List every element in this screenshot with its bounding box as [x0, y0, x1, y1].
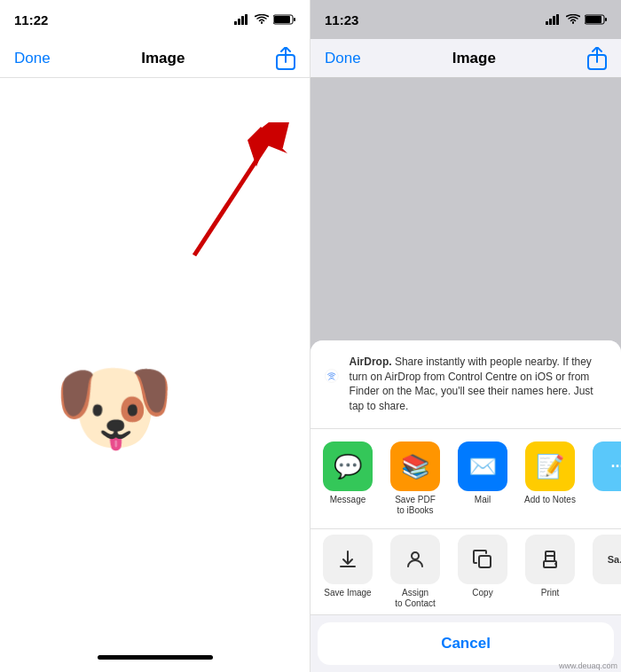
apps-section: 💬 Message 📚 Save PDFto iBooks ✉️ Mail 📝 …	[310, 429, 621, 529]
wifi-icon	[255, 14, 269, 25]
svg-rect-28	[546, 551, 554, 556]
cancel-section: Cancel	[310, 615, 621, 665]
print-icon	[525, 535, 575, 584]
notes-app-icon: 📝	[525, 441, 575, 491]
airdrop-text: AirDrop. Share instantly with people nea…	[350, 355, 607, 414]
left-home-indicator	[0, 642, 310, 672]
battery-icon	[273, 14, 295, 25]
cancel-button[interactable]: Cancel	[318, 622, 614, 665]
app-item-more[interactable]: ···	[587, 441, 621, 516]
svg-rect-0	[234, 21, 237, 25]
app-item-notes[interactable]: 📝 Add to Notes	[520, 441, 580, 516]
svg-rect-2	[241, 16, 244, 25]
notes-app-label: Add to Notes	[524, 495, 576, 505]
svg-rect-13	[553, 16, 555, 25]
copy-icon	[458, 535, 507, 584]
svg-point-29	[554, 563, 556, 565]
assign-contact-label: Assignto Contact	[395, 588, 436, 609]
left-status-icons	[234, 14, 295, 25]
right-status-bar: 11:23	[310, 0, 621, 39]
svg-rect-6	[294, 18, 295, 21]
svg-rect-24	[340, 566, 356, 567]
action-print[interactable]: Print	[520, 535, 580, 609]
right-signal-icon	[546, 14, 562, 25]
svg-rect-12	[549, 19, 552, 25]
app-item-mail[interactable]: ✉️ Mail	[452, 441, 513, 516]
left-done-button[interactable]: Done	[14, 50, 51, 67]
right-share-icon[interactable]	[587, 47, 607, 70]
right-phone-panel: 11:23 Done Image	[310, 0, 621, 672]
message-app-icon: 💬	[323, 441, 373, 491]
message-app-label: Message	[330, 495, 366, 505]
left-nav-title: Image	[141, 50, 185, 67]
svg-rect-26	[479, 556, 491, 567]
svg-rect-5	[274, 16, 290, 23]
left-home-bar	[98, 655, 213, 660]
svg-rect-27	[544, 561, 556, 567]
ibooks-app-icon: 📚	[390, 441, 440, 491]
left-nav-bar: Done Image	[0, 39, 310, 78]
print-label: Print	[541, 588, 560, 598]
airdrop-section: AirDrop. Share instantly with people nea…	[310, 340, 621, 429]
mail-app-label: Mail	[475, 495, 491, 505]
assign-contact-icon	[390, 535, 440, 584]
more-app-icon: ···	[593, 441, 621, 491]
mail-app-icon: ✉️	[458, 441, 507, 491]
svg-rect-14	[556, 14, 559, 25]
svg-rect-16	[586, 16, 601, 23]
red-arrow	[177, 122, 292, 273]
dog-emoji: 🐶	[53, 350, 175, 465]
left-status-bar: 11:22	[0, 0, 310, 39]
share-sheet: AirDrop. Share instantly with people nea…	[310, 340, 621, 672]
right-done-button[interactable]: Done	[325, 50, 361, 67]
left-phone-panel: 11:22 Done Image	[0, 0, 310, 672]
app-item-ibooks[interactable]: 📚 Save PDFto iBooks	[385, 441, 445, 516]
action-save-more[interactable]: Sa...	[587, 535, 621, 609]
right-battery-icon	[585, 14, 607, 25]
right-wifi-icon	[566, 14, 580, 25]
right-time: 11:23	[325, 12, 358, 27]
watermark: www.deuaq.com	[559, 661, 617, 670]
right-status-icons	[546, 14, 607, 25]
signal-icon	[234, 14, 250, 25]
right-nav-bar: Done Image	[310, 39, 621, 78]
left-image-content: 🐶	[0, 78, 310, 642]
svg-rect-1	[238, 19, 240, 25]
app-item-message[interactable]: 💬 Message	[318, 441, 378, 516]
save-image-icon	[323, 535, 373, 584]
action-copy[interactable]: Copy	[452, 535, 513, 609]
save-image-label: Save Image	[324, 588, 371, 598]
svg-rect-11	[546, 21, 548, 25]
left-time: 11:22	[14, 12, 48, 27]
airdrop-title: AirDrop.	[350, 356, 392, 368]
svg-rect-3	[245, 14, 248, 25]
action-assign-contact[interactable]: Assignto Contact	[385, 535, 445, 609]
copy-label: Copy	[472, 588, 492, 598]
svg-point-25	[412, 552, 419, 559]
ibooks-app-label: Save PDFto iBooks	[395, 495, 436, 516]
action-save-image[interactable]: Save Image	[318, 535, 378, 609]
actions-section: Save Image Assignto Contact	[310, 529, 621, 615]
save-more-icon: Sa...	[593, 535, 621, 584]
svg-rect-17	[605, 18, 607, 21]
airdrop-icon	[325, 355, 339, 397]
right-nav-title: Image	[452, 50, 496, 67]
left-share-icon[interactable]	[276, 47, 295, 70]
